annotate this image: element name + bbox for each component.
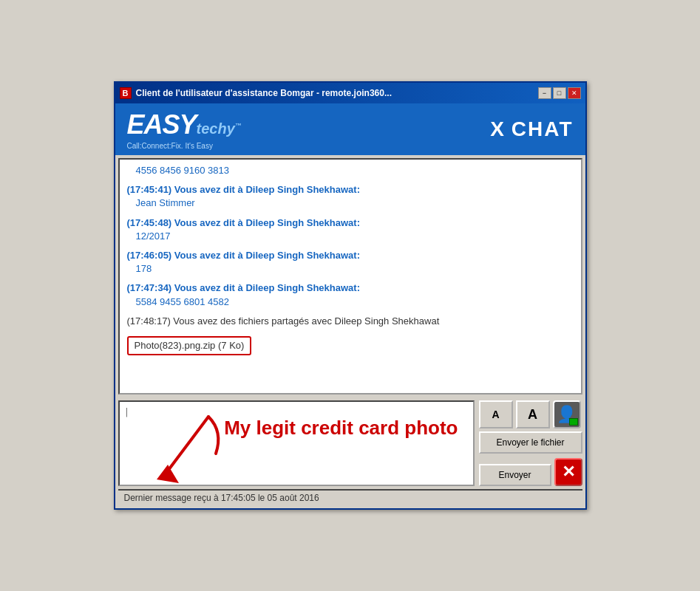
logo-techy: techy™ <box>197 120 242 137</box>
close-x-button[interactable]: ✕ <box>554 458 582 486</box>
message-sender: (17:45:48) Vous avez dit à Dileep Singh … <box>127 217 360 228</box>
font-large-button[interactable]: A <box>516 400 550 428</box>
list-item: 4556 8456 9160 3813 <box>127 164 574 177</box>
app-icon: B <box>120 87 132 99</box>
bottom-row: Envoyer ✕ <box>479 457 582 486</box>
avatar-button[interactable]: 👤 <box>553 400 581 428</box>
logo-area: EASY techy™ Call:Connect:Fix. It's Easy <box>127 109 242 150</box>
main-window: B Client de l'utilisateur d'assistance B… <box>114 81 587 510</box>
send-button[interactable]: Envoyer <box>479 464 551 486</box>
message-sender: (17:47:34) Vous avez dit à Dileep Singh … <box>127 282 360 293</box>
window-controls: − □ ✕ <box>538 87 581 99</box>
message-content: 5584 9455 6801 4582 <box>127 296 574 309</box>
list-item: Photo(823).png.zip (7 Ko) <box>127 334 574 355</box>
font-buttons: A A 👤 <box>479 400 582 428</box>
input-section: My legit credit card photo A A 👤 Envoyer… <box>115 397 585 489</box>
status-text: Dernier message reçu à 17:45:05 le 05 ao… <box>124 493 319 503</box>
chat-header-label: X CHAT <box>490 117 573 141</box>
list-item: (17:46:05) Vous avez dit à Dileep Singh … <box>127 249 574 276</box>
system-message: (17:48:17) Vous avez des fichiers partag… <box>127 315 440 327</box>
message-content: 12/2017 <box>127 230 574 243</box>
message-content: 178 <box>127 262 574 276</box>
status-bar: Dernier message reçu à 17:45:05 le 05 ao… <box>118 489 582 505</box>
list-item: (17:48:17) Vous avez des fichiers partag… <box>127 315 574 328</box>
message-content: 4556 8456 9160 3813 <box>127 165 230 176</box>
chat-area[interactable]: 4556 8456 9160 3813 (17:45:41) Vous avez… <box>118 158 582 394</box>
minimize-button[interactable]: − <box>538 87 551 99</box>
maximize-button[interactable]: □ <box>553 87 566 99</box>
list-item: (17:45:41) Vous avez dit à Dileep Singh … <box>127 183 574 210</box>
message-sender: (17:45:41) Vous avez dit à Dileep Singh … <box>127 184 360 195</box>
app-header: EASY techy™ Call:Connect:Fix. It's Easy … <box>115 103 585 155</box>
window-title: Client de l'utilisateur d'assistance Bom… <box>136 88 534 98</box>
message-input-wrapper: My legit credit card photo <box>118 400 475 486</box>
message-sender: (17:46:05) Vous avez dit à Dileep Singh … <box>127 250 360 261</box>
message-input[interactable] <box>120 402 473 485</box>
font-small-button[interactable]: A <box>479 400 513 428</box>
close-x-icon: ✕ <box>562 462 575 482</box>
logo-easy: EASY <box>127 109 197 140</box>
logo: EASY techy™ <box>127 109 242 140</box>
status-badge <box>569 418 578 426</box>
send-file-button[interactable]: Envoyer le fichier <box>479 431 582 454</box>
file-link[interactable]: Photo(823).png.zip (7 Ko) <box>127 336 252 355</box>
close-button[interactable]: ✕ <box>568 87 581 99</box>
buttons-panel: A A 👤 Envoyer le fichier Envoyer ✕ <box>479 400 582 486</box>
logo-tagline: Call:Connect:Fix. It's Easy <box>127 142 242 150</box>
message-content: Jean Stimmer <box>127 197 574 210</box>
list-item: (17:45:48) Vous avez dit à Dileep Singh … <box>127 216 574 243</box>
title-bar: B Client de l'utilisateur d'assistance B… <box>115 83 585 103</box>
list-item: (17:47:34) Vous avez dit à Dileep Singh … <box>127 281 574 308</box>
